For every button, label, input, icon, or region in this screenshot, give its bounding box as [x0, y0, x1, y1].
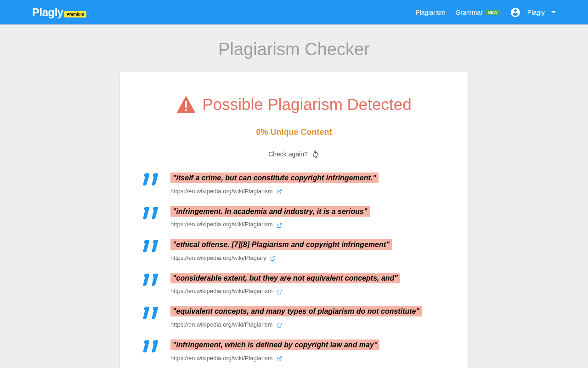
result-content: "ethical offense. [7][8] Plagiarism and …	[170, 239, 445, 261]
page-title: Plagiarism Checker	[0, 40, 588, 59]
avatar-icon	[510, 7, 521, 18]
quote-icon	[143, 273, 160, 286]
result-snippet: "equivalent concepts, and many types of …	[170, 306, 422, 316]
quote-icon	[143, 240, 160, 253]
user-name: Plagly	[527, 9, 545, 16]
result-content: "itself a crime, but can constitute copy…	[170, 172, 445, 195]
result-url[interactable]: https://en.wikipedia.org/wiki/Plagiarism	[170, 355, 273, 362]
svg-line-3	[279, 223, 282, 226]
quote-icon	[143, 207, 160, 219]
result-url[interactable]: https://en.wikipedia.org/wiki/Plagiarism	[170, 188, 273, 195]
chevron-down-icon	[551, 11, 556, 13]
result-item: "itself a crime, but can constitute copy…	[143, 172, 445, 195]
result-content: "infringement. In academia and industry,…	[170, 206, 445, 228]
svg-rect-0	[186, 101, 187, 108]
result-url-row: https://en.wikipedia.org/wiki/Plagiarism	[170, 321, 445, 328]
result-snippet: "infringement. In academia and industry,…	[170, 206, 370, 217]
unique-content-score: 0% Unique Content	[143, 127, 445, 137]
result-url-row: https://en.wikipedia.org/wiki/Plagiarism	[170, 221, 445, 228]
result-item: "infringement, which is defined by copyr…	[143, 339, 445, 362]
svg-line-7	[279, 357, 282, 360]
result-snippet: "considerable extent, but they are not e…	[170, 273, 400, 283]
result-item: "considerable extent, but they are not e…	[143, 272, 445, 295]
external-link-icon[interactable]	[277, 355, 282, 361]
external-link-icon[interactable]	[277, 322, 282, 327]
result-url-row: https://en.wikipedia.org/wiki/Plagiary	[170, 254, 445, 261]
nav-grammar-label: Grammar	[456, 9, 483, 16]
premium-badge: Premium	[64, 11, 87, 17]
check-again-button[interactable]: Check again?	[143, 150, 445, 158]
svg-line-5	[279, 290, 282, 293]
external-link-icon[interactable]	[270, 255, 276, 260]
result-url[interactable]: https://en.wikipedia.org/wiki/Plagiarism	[170, 221, 273, 228]
nav-grammar[interactable]: Grammar NEW	[456, 9, 500, 16]
results-list: "itself a crime, but can constitute copy…	[143, 172, 445, 362]
result-content: "equivalent concepts, and many types of …	[170, 305, 445, 328]
external-link-icon[interactable]	[277, 288, 282, 294]
result-snippet: "infringement, which is defined by copyr…	[170, 339, 379, 350]
result-snippet: "itself a crime, but can constitute copy…	[170, 172, 379, 183]
detection-header: Possible Plagiarism Detected	[143, 95, 445, 114]
quote-icon	[143, 173, 160, 186]
svg-rect-1	[186, 109, 187, 110]
svg-line-6	[279, 323, 282, 326]
logo-area[interactable]: Plagly Premium	[32, 6, 86, 19]
result-item: "ethical offense. [7][8] Plagiarism and …	[143, 239, 445, 261]
result-url-row: https://en.wikipedia.org/wiki/Plagiarism	[170, 288, 445, 294]
result-item: "infringement. In academia and industry,…	[143, 206, 445, 228]
detection-title: Possible Plagiarism Detected	[202, 95, 411, 114]
external-link-icon[interactable]	[277, 222, 282, 227]
result-content: "considerable extent, but they are not e…	[170, 272, 445, 295]
result-item: "equivalent concepts, and many types of …	[143, 305, 445, 328]
nav-area: Plagiarism Grammar NEW Plagly	[415, 7, 556, 18]
check-again-label: Check again?	[268, 150, 308, 158]
svg-line-2	[279, 190, 282, 193]
logo-text: Plagly	[32, 6, 63, 19]
result-url-row: https://en.wikipedia.org/wiki/Plagiarism	[170, 355, 445, 362]
external-link-icon[interactable]	[277, 188, 282, 194]
new-badge: NEW	[486, 10, 500, 15]
nav-plagiarism[interactable]: Plagiarism	[415, 9, 445, 16]
result-content: "infringement, which is defined by copyr…	[170, 339, 445, 362]
result-snippet: "ethical offense. [7][8] Plagiarism and …	[170, 239, 392, 250]
warning-icon	[176, 96, 196, 113]
top-navbar: Plagly Premium Plagiarism Grammar NEW Pl…	[0, 0, 588, 25]
svg-line-4	[272, 257, 275, 259]
result-url-row: https://en.wikipedia.org/wiki/Plagiarism	[170, 188, 445, 195]
results-card: Possible Plagiarism Detected 0% Unique C…	[120, 72, 468, 368]
user-menu[interactable]: Plagly	[510, 7, 556, 18]
result-url[interactable]: https://en.wikipedia.org/wiki/Plagiarism	[170, 321, 273, 328]
refresh-icon	[311, 150, 320, 158]
quote-icon	[143, 306, 160, 319]
result-url[interactable]: https://en.wikipedia.org/wiki/Plagiary	[170, 254, 266, 261]
quote-icon	[143, 340, 160, 353]
result-url[interactable]: https://en.wikipedia.org/wiki/Plagiarism	[170, 288, 273, 294]
